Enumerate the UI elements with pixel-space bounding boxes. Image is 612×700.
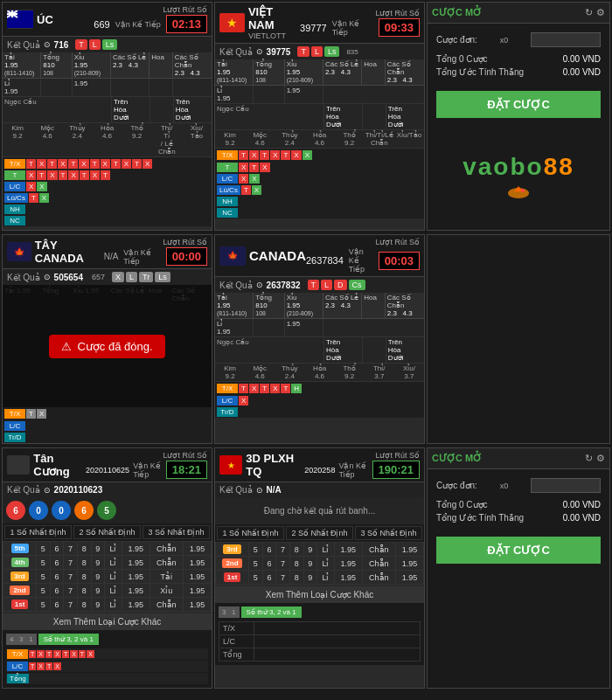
tan-cuong-timer: 18:21 xyxy=(166,461,207,479)
uc-lc-row: L/C X X xyxy=(3,181,212,192)
vn-cols-header: Tải1.95(811-1410) Tổng810108 Xỉu1.95(210… xyxy=(215,59,424,86)
vaobo-logo: vaobo88 xyxy=(428,127,609,230)
dat-cuoc-button[interactable]: ĐẶT CƯỢC xyxy=(436,91,601,118)
uc-lucs-row: Lù/Cs T X xyxy=(3,192,212,204)
right-panel-bet-form: Cược đơn: x0 Tổng 0 Cược 0.00 VND Tổng Ư… xyxy=(428,24,609,127)
uc-km-row: Kim9.2 Mộc4.6 Thủy2.4 Hỏa4.6 Thổ9.2 Thỉ/… xyxy=(3,123,212,157)
x0-label: x0 xyxy=(500,36,509,45)
right-panel-bottom-form: Cược đơn: x0 Tổng 0 Cược 0.00 VND Tổng Ư… xyxy=(428,469,609,572)
see-more-button[interactable]: Xem Thêm Loại Cược Khác xyxy=(3,613,212,630)
vietnam-luot-val: 39777 xyxy=(300,23,327,33)
uc-luot-val: 669 xyxy=(94,19,109,30)
uc-lc-label[interactable]: L/C xyxy=(4,182,25,191)
table-row: 3rd 56789 Lỉ1.95Tải1.95 xyxy=(3,570,212,584)
tay-canada-result: Kết Quả ⊙ 505654 657 X L Tr Ls xyxy=(3,269,212,285)
middle-row: 🍁 TÂY CANADA Lượt Rút Số N/A Vận Kế Tiếp… xyxy=(0,232,612,446)
uc-bet-l[interactable]: L xyxy=(89,39,101,50)
uc-bet-ls[interactable]: Ls xyxy=(102,39,118,50)
col-hoa: Hoa xyxy=(150,52,173,78)
plxh-other-bets-table: T/X L/C Tổng xyxy=(219,621,421,662)
tong-thang-row: Tổng Ước Tính Thắng 0.00 VND xyxy=(436,67,601,77)
canada-result-val: 2637832 xyxy=(267,281,301,290)
vietnam-header: ★ VIỆT NAM VIETLOTT Lượt Rút Số 39777 Vậ… xyxy=(215,3,424,44)
uc-tx-label[interactable]: T/X xyxy=(4,159,25,169)
uc-li-row: Lỉ1.95 1.95 xyxy=(3,79,212,97)
svg-point-8 xyxy=(521,189,525,192)
tan-cuong-rank-table: 5th 56789 Lỉ1.95Chẵn1.95 4th 56789 Lỉ1.9… xyxy=(3,541,212,612)
tan-cuong-circles: 6 0 0 6 5 xyxy=(3,497,212,523)
rank-badge-4th: 4th xyxy=(11,558,29,567)
table-row: 2nd 56789 Lỉ1.95Xỉu1.95 xyxy=(3,584,212,598)
logo-88: 88 xyxy=(544,153,574,180)
tong-thang-val: 0.00 VND xyxy=(563,67,601,77)
tan-cuong-title: Tân Cương xyxy=(33,452,86,478)
uc-tx-row: T/X T X T X T X T X T X T X xyxy=(3,157,212,170)
table-row: 1st 56789 Lỉ1.95Chẵn1.95 xyxy=(3,598,212,612)
plxh-rank-headers: 1 Số Nhất Định 2 Số Nhất Định 3 Số Nhất … xyxy=(215,524,424,542)
right-panel-header: CƯỢC MỞ ↻ ⚙ xyxy=(428,3,609,24)
uc-result-val: 716 xyxy=(54,40,69,50)
settings-icon[interactable]: ⚙ xyxy=(596,7,605,18)
uc-timer: 02:13 xyxy=(166,15,207,33)
tay-canada-panel: 🍁 TÂY CANADA Lượt Rút Số N/A Vận Kế Tiếp… xyxy=(2,234,212,444)
vietnam-result-row: Kết Quả ⊙ 39775 T L Ls 835 xyxy=(215,44,424,59)
uc-nh-label[interactable]: NH xyxy=(4,204,25,214)
col-cac-so-le: Các Số Lẻ2.3 4.3 xyxy=(111,52,150,78)
vn-bet-l[interactable]: L xyxy=(311,46,323,57)
tab-active[interactable]: Số thứ 3, 2 và 1 xyxy=(38,634,99,645)
vn-bet-ls[interactable]: Ls xyxy=(324,46,340,57)
cuoc-input-2[interactable] xyxy=(531,478,601,493)
other-lc-row: L/C T X T X xyxy=(6,661,208,672)
table-row: T/X xyxy=(219,622,421,635)
plxh-waiting: Đang chờ kết quả rút banh... xyxy=(215,497,424,524)
uc-t-row: T X T X T X T X T xyxy=(3,170,212,181)
plxh-result: Kết Quả ⊙ N/A xyxy=(215,482,424,497)
refresh-icon[interactable]: ↻ xyxy=(585,7,593,18)
plxh-header: ★ 3D PLXH TQ Lượt Rút Số 2020258 Vận Kế … xyxy=(215,448,424,482)
uc-ngoc-cau-row: Ngọc Cầu TrênHòaDưới TrênHòaDưới xyxy=(3,97,212,123)
tan-cuong-panel: Tân Cương Lượt Rút Số 2020110625 Vận Kế … xyxy=(2,447,212,689)
plxh-tab-num: 3 1 xyxy=(219,606,240,618)
warning-icon: ⚠ xyxy=(61,340,72,353)
plxh-rank-1st: 1st xyxy=(224,572,241,582)
other-tx-row: T/X T X T X T X T X xyxy=(6,648,208,660)
plxh-title: 3D PLXH TQ xyxy=(246,452,304,478)
plxh-luot-val: 2020258 xyxy=(304,466,335,475)
plxh-see-more-button[interactable]: Xem Thêm Loại Cược Khác xyxy=(215,586,424,603)
cuoc-input[interactable] xyxy=(531,32,601,47)
uc-lucs-label[interactable]: Lù/Cs xyxy=(4,193,28,203)
col-xiu: Xỉu1.95(210-809) xyxy=(73,52,111,78)
canada-result: Kết Quả ⊙ 2637832 T L D Cs xyxy=(215,277,424,293)
circle-4: 6 xyxy=(74,501,94,520)
rank-badge-5th: 5th xyxy=(11,544,29,553)
settings-icon-2[interactable]: ⚙ xyxy=(596,453,605,464)
cuoc-don-label: Cược đơn: xyxy=(436,35,477,45)
vn-bet-t[interactable]: T xyxy=(297,46,309,57)
refresh-icon-2[interactable]: ↻ xyxy=(585,453,593,464)
tan-cuong-result-val: 2020110623 xyxy=(54,485,103,495)
tong-0-cuoc-label: Tổng 0 Cược xyxy=(436,54,488,64)
uc-bet-t[interactable]: T xyxy=(75,39,87,50)
tong-cuoc-row: Tổng 0 Cược 0.00 VND xyxy=(436,54,601,64)
tan-cuong-header: Tân Cương Lượt Rút Số 2020110625 Vận Kế … xyxy=(3,448,212,482)
right-panel-bottom: CƯỢC MỞ ↻ ⚙ Cược đơn: x0 Tổng 0 Cược 0.0… xyxy=(427,447,610,689)
uc-nc-label[interactable]: NC xyxy=(4,216,25,225)
circle-2: 0 xyxy=(29,501,48,520)
vaobo-text: vaobo xyxy=(462,153,543,180)
uc-panel: ÚC Lượt Rút Số 669 Vận Kế Tiếp 02:13 Kết… xyxy=(2,2,212,231)
rank-headers: 1 Số Nhất Định 2 Số Nhất Định 3 Số Nhất … xyxy=(3,523,212,541)
dragon-icon xyxy=(505,184,532,202)
circle-5: 5 xyxy=(97,501,116,520)
uc-nc-row: NC xyxy=(3,215,212,226)
table-row: 3rd 56789 Lỉ1.95Chẵn1.95 xyxy=(216,543,424,557)
tay-canada-title: TÂY CANADA xyxy=(35,239,104,265)
plxh-tab-active[interactable]: Số thứ 3, 2 và 1 xyxy=(241,606,302,618)
right-panel-top: CƯỢC MỞ ↻ ⚙ Cược đơn: x0 Tổng 0 Cược 0.0… xyxy=(427,2,610,231)
x0-label-2: x0 xyxy=(500,482,509,490)
table-row: 1st 56789 Lỉ1.95Chẵn1.95 xyxy=(216,571,424,585)
rank-badge-2nd: 2nd xyxy=(10,586,29,595)
dat-cuoc-button-2[interactable]: ĐẶT CƯỢC xyxy=(436,537,601,564)
tab-num-count: 4 3 1 xyxy=(6,634,37,645)
tay-canada-timer: 00:00 xyxy=(166,247,207,266)
canada-timer: 00:03 xyxy=(379,252,420,270)
